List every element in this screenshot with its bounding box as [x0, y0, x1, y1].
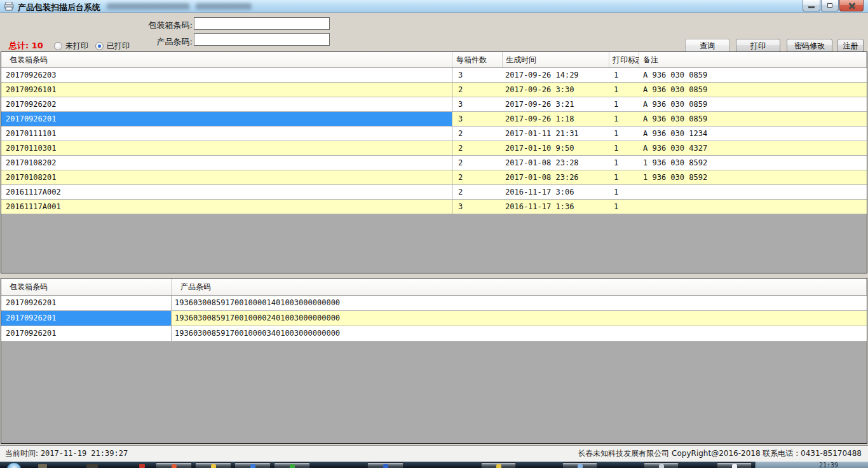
- cell-note: A 936 030 0859: [639, 83, 867, 97]
- table-row[interactable]: 20170110301 2 2017-01-10 9:50 1 A 936 03…: [1, 141, 867, 156]
- column-header-box-barcode[interactable]: 包装箱条码: [1, 52, 452, 67]
- pinned-app-icon[interactable]: [86, 464, 98, 468]
- table-row[interactable]: 20161117A002 2 2016-11-17 3:06 1: [1, 185, 867, 200]
- app-icon: [250, 464, 255, 468]
- cell-time: 2016-11-17 3:06: [503, 185, 609, 199]
- cell-qty: 2: [452, 156, 503, 170]
- cell-product-barcode: 193603008591700100001401003000000000: [172, 296, 867, 310]
- titlebar: 产品包装扫描后台系统: [0, 0, 868, 13]
- taskbar-button[interactable]: [234, 462, 271, 468]
- cell-time: 2017-01-11 21:31: [503, 127, 609, 141]
- cell-flag: 1: [609, 170, 639, 184]
- radio-not-printed[interactable]: 未打印: [54, 41, 88, 52]
- cell-qty: 3: [452, 68, 503, 82]
- taskbar-button[interactable]: [481, 462, 516, 468]
- cell-time: 2017-09-26 3:21: [503, 97, 609, 111]
- cell-qty: 2: [452, 83, 503, 97]
- table-row[interactable]: 20170926202 3 2017-09-26 3:21 1 A 936 03…: [1, 97, 867, 112]
- taskbar-button[interactable]: [644, 462, 679, 468]
- app-icon: [172, 464, 177, 468]
- column-header-created-time[interactable]: 生成时间: [503, 52, 609, 67]
- cell-box-barcode: 20161117A001: [1, 200, 452, 214]
- query-button[interactable]: 查询: [685, 39, 729, 53]
- product-barcode-input[interactable]: [194, 33, 330, 46]
- cell-box-barcode: 20170111101: [1, 127, 452, 141]
- cell-box-barcode: 20170926201: [1, 296, 172, 310]
- restore-button[interactable]: [821, 0, 839, 11]
- print-button[interactable]: 打印: [736, 39, 780, 53]
- app-icon: [211, 464, 216, 468]
- current-time-value: 2017-11-19 21:39:27: [41, 449, 128, 458]
- toolbar: 总计: 10 未打印 已打印 包装箱条码: 产品条码: 查询 打印 密码修改 注…: [0, 13, 868, 52]
- box-table: 包装箱条码 每箱件数 生成时间 打印标志 备注 20170926203 3 20…: [1, 52, 867, 273]
- table-row[interactable]: 20170108201 2 2017-01-08 23:26 1 1 936 0…: [1, 170, 867, 185]
- taskbar-button[interactable]: [274, 462, 310, 468]
- cell-time: 2016-11-17 1:36: [503, 200, 609, 214]
- column-header-box-barcode[interactable]: 包装箱条码: [1, 279, 172, 295]
- cell-box-barcode: 20170108201: [1, 170, 452, 184]
- table-row-selected[interactable]: 20170926201 3 2017-09-26 1:18 1 A 936 03…: [1, 112, 867, 127]
- close-button[interactable]: [839, 0, 864, 11]
- pinned-app-icon[interactable]: [38, 464, 47, 468]
- radio-printed-label: 已打印: [107, 41, 130, 52]
- app-icon: [290, 464, 295, 468]
- cell-time: 2017-01-08 23:28: [503, 156, 609, 170]
- radio-printed[interactable]: 已打印: [95, 41, 130, 52]
- printer-icon: [4, 2, 14, 11]
- cell-box-barcode: 20170108202: [1, 156, 452, 170]
- cell-flag: 1: [609, 200, 639, 214]
- column-header-qty-per-box[interactable]: 每箱件数: [452, 52, 503, 67]
- cell-time: 2017-01-10 9:50: [503, 141, 609, 155]
- app-icon: [496, 464, 501, 468]
- table-row[interactable]: 20161117A001 3 2016-11-17 1:36 1: [1, 200, 867, 214]
- cell-box-barcode: 20170926201: [1, 326, 172, 341]
- taskbar-button[interactable]: [717, 462, 752, 468]
- product-table-header: 包装箱条码 产品条码: [1, 279, 867, 296]
- cell-qty: 2: [452, 170, 503, 184]
- cell-product-barcode: 193603008591700100003401003000000000: [172, 326, 867, 341]
- table-row[interactable]: 20170926203 3 2017-09-26 14:29 1 A 936 0…: [1, 68, 867, 83]
- product-barcode-label: 产品条码:: [137, 36, 193, 48]
- taskbar-button[interactable]: [562, 462, 597, 468]
- radio-unchecked-icon: [54, 42, 62, 50]
- cell-qty: 3: [452, 97, 503, 111]
- cell-flag: 1: [609, 112, 639, 126]
- table-row[interactable]: 20170926201 1936030085917001000034010030…: [1, 326, 867, 341]
- box-barcode-input[interactable]: [194, 17, 330, 30]
- pinned-app-icon[interactable]: [139, 464, 145, 468]
- column-header-product-barcode[interactable]: 产品条码: [172, 279, 867, 295]
- taskbar-button[interactable]: [367, 462, 403, 468]
- system-tray[interactable]: 21:39: [755, 462, 868, 468]
- table-row-selected[interactable]: 20170926201 1936030085917001000024010030…: [1, 311, 867, 326]
- table-row[interactable]: 20170926101 2 2017-09-26 3:30 1 A 936 03…: [1, 83, 867, 97]
- window-controls: [803, 0, 864, 11]
- window-title: 产品包装扫描后台系统: [18, 2, 100, 13]
- cell-note: [639, 200, 867, 214]
- title-watermark-blurred: [196, 3, 252, 10]
- table-row[interactable]: 20170111101 2 2017-01-11 21:31 1 A 936 0…: [1, 127, 867, 141]
- app-icon: [578, 464, 583, 468]
- cell-qty: 2: [452, 185, 503, 199]
- cell-note: 1 936 030 8592: [639, 170, 867, 184]
- minimize-icon: [808, 6, 815, 8]
- cell-flag: 1: [609, 68, 639, 82]
- taskbar-button[interactable]: [156, 462, 192, 468]
- change-password-button[interactable]: 密码修改: [787, 39, 832, 53]
- cell-qty: 2: [452, 127, 503, 141]
- box-barcode-label: 包装箱条码:: [137, 20, 193, 31]
- cell-qty: 3: [452, 200, 503, 214]
- status-bar: 当前时间: 2017-11-19 21:39:27 长春未知科技发展有限公司 C…: [0, 445, 868, 462]
- cell-note: A 936 030 0859: [639, 68, 867, 82]
- cell-time: 2017-09-26 14:29: [503, 68, 609, 82]
- table-row[interactable]: 20170108202 2 2017-01-08 23:28 1 1 936 0…: [1, 156, 867, 170]
- register-button[interactable]: 注册: [837, 39, 864, 53]
- taskbar-button[interactable]: [195, 462, 231, 468]
- column-header-note[interactable]: 备注: [639, 52, 867, 67]
- start-button[interactable]: [6, 462, 22, 468]
- minimize-button[interactable]: [803, 0, 820, 11]
- cell-qty: 2: [452, 141, 503, 155]
- cell-qty: 3: [452, 112, 503, 126]
- column-header-print-flag[interactable]: 打印标志: [609, 52, 639, 67]
- table-row[interactable]: 20170926201 1936030085917001000014010030…: [1, 296, 867, 311]
- cell-time: 2017-09-26 3:30: [503, 83, 609, 97]
